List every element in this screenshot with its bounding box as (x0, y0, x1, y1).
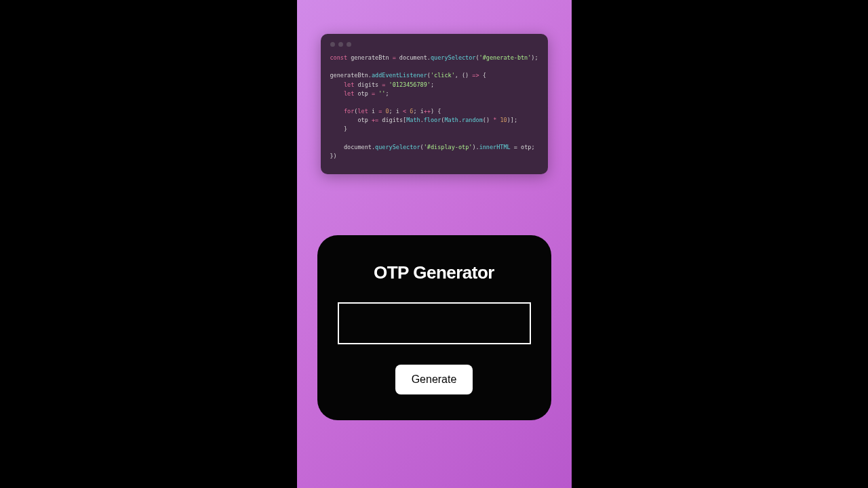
close-icon (330, 42, 335, 47)
phone-frame: const generateBtn = document.querySelect… (297, 0, 572, 488)
maximize-icon (347, 42, 351, 47)
generate-button[interactable]: Generate (395, 365, 473, 394)
otp-display-output (338, 302, 531, 344)
otp-title: OTP Generator (374, 262, 494, 283)
minimize-icon (338, 42, 343, 47)
code-content: const generateBtn = document.querySelect… (330, 54, 538, 161)
otp-generator-card: OTP Generator Generate (317, 235, 551, 420)
code-editor-window: const generateBtn = document.querySelect… (321, 34, 548, 174)
window-controls (330, 42, 538, 47)
